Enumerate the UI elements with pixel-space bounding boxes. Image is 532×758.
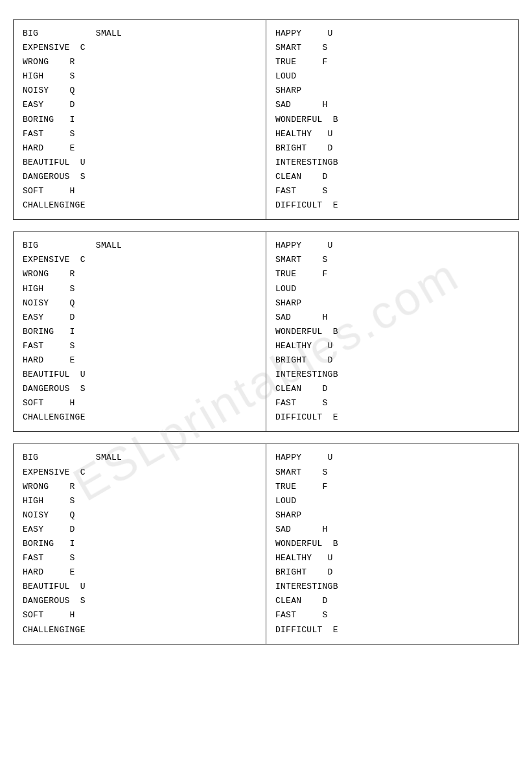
list-item: BORING I bbox=[23, 537, 257, 551]
list-item: EASY D bbox=[23, 98, 257, 112]
word-label: SOFT H bbox=[23, 608, 94, 622]
list-item: FAST S bbox=[275, 396, 509, 410]
word-label: HIGH S bbox=[23, 69, 94, 84]
list-item: LOUD bbox=[275, 494, 509, 508]
list-item: BEAUTIFUL U bbox=[23, 156, 257, 170]
list-item: FAST S bbox=[275, 608, 509, 622]
word-label: DIFFICULT E bbox=[275, 198, 347, 213]
word-label: HEALTHY U bbox=[275, 339, 347, 353]
list-item: CHALLENGINGE bbox=[23, 623, 257, 637]
list-item: BEAUTIFUL U bbox=[23, 368, 257, 382]
card-1: BIG SMALLEXPENSIVE CWRONG RHIGH SNOISY Q… bbox=[13, 19, 519, 220]
word-label: HIGH S bbox=[23, 282, 94, 296]
word-label: SHARP bbox=[275, 84, 347, 98]
list-item: DANGEROUS S bbox=[23, 382, 257, 396]
word-label: NOISY Q bbox=[23, 84, 94, 98]
word-label: LOUD bbox=[275, 494, 347, 508]
word-label: HARD E bbox=[23, 565, 94, 580]
word-label: BEAUTIFUL U bbox=[23, 580, 94, 594]
list-item: WRONG R bbox=[23, 267, 257, 281]
word-label: HAPPY U bbox=[275, 27, 347, 41]
word-label: HARD E bbox=[23, 141, 94, 156]
word-label: BEAUTIFUL U bbox=[23, 368, 94, 382]
card-2-right: HAPPY USMART STRUE FLOUD SHARP SAD HWOND… bbox=[266, 232, 518, 431]
word-label: EASY D bbox=[23, 98, 94, 112]
word-label: HAPPY U bbox=[275, 239, 347, 253]
word-label: WONDERFUL B bbox=[275, 325, 347, 339]
list-item: EXPENSIVE C bbox=[23, 41, 257, 55]
word-label: TRUE F bbox=[275, 55, 347, 69]
word-label: NOISY Q bbox=[23, 508, 94, 523]
list-item: HIGH S bbox=[23, 494, 257, 508]
word-label: EXPENSIVE C bbox=[23, 253, 94, 267]
word-label: BORING I bbox=[23, 537, 94, 551]
word-label: NOISY Q bbox=[23, 296, 94, 311]
word-label: SOFT H bbox=[23, 184, 94, 198]
word-label: FAST S bbox=[275, 396, 347, 410]
list-item: SOFT H bbox=[23, 184, 257, 198]
word-label: WRONG R bbox=[23, 267, 94, 281]
word-label: CLEAN D bbox=[275, 382, 347, 396]
list-item: NOISY Q bbox=[23, 508, 257, 523]
list-item: HAPPY U bbox=[275, 451, 509, 465]
word-label: WRONG R bbox=[23, 480, 94, 494]
list-item: DIFFICULT E bbox=[275, 410, 509, 425]
word-label: SOFT H bbox=[23, 396, 94, 410]
list-item: INTERESTINGB bbox=[275, 580, 509, 594]
list-item: BRIGHT D bbox=[275, 353, 509, 368]
list-item: HIGH S bbox=[23, 69, 257, 84]
word-label: SAD H bbox=[275, 523, 347, 537]
list-item: TRUE F bbox=[275, 480, 509, 494]
word-label: DANGEROUS S bbox=[23, 170, 94, 184]
word-label: SMART S bbox=[275, 41, 347, 55]
list-item: WRONG R bbox=[23, 480, 257, 494]
list-item: BRIGHT D bbox=[275, 141, 509, 156]
list-item: DANGEROUS S bbox=[23, 594, 257, 608]
word-label: FAST S bbox=[23, 339, 94, 353]
word-label: EXPENSIVE C bbox=[23, 466, 94, 480]
list-item: BRIGHT D bbox=[275, 565, 509, 580]
list-item: WRONG R bbox=[23, 55, 257, 69]
list-item: HIGH S bbox=[23, 282, 257, 296]
list-item: SAD H bbox=[275, 523, 509, 537]
word-label: BORING I bbox=[23, 325, 94, 339]
list-item: CHALLENGINGE bbox=[23, 198, 257, 213]
list-item: HARD E bbox=[23, 565, 257, 580]
list-item: FAST S bbox=[23, 551, 257, 565]
word-label: DANGEROUS S bbox=[23, 594, 94, 608]
word-label: FAST S bbox=[275, 184, 347, 198]
list-item: SAD H bbox=[275, 98, 509, 112]
card-3-left: BIG SMALLEXPENSIVE CWRONG RHIGH SNOISY Q… bbox=[14, 444, 266, 643]
word-label: INTERESTINGB bbox=[275, 156, 347, 170]
list-item: LOUD bbox=[275, 282, 509, 296]
word-label: FAST S bbox=[23, 127, 94, 141]
list-item: EASY D bbox=[23, 523, 257, 537]
word-label: FAST S bbox=[275, 608, 347, 622]
list-item: WONDERFUL B bbox=[275, 325, 509, 339]
word-label: HEALTHY U bbox=[275, 127, 347, 141]
word-label: CLEAN D bbox=[275, 594, 347, 608]
card-3: BIG SMALLEXPENSIVE CWRONG RHIGH SNOISY Q… bbox=[13, 444, 519, 644]
word-label: LOUD bbox=[275, 282, 347, 296]
word-label: TRUE F bbox=[275, 267, 347, 281]
word-label: TRUE F bbox=[275, 480, 347, 494]
list-item: DIFFICULT E bbox=[275, 198, 509, 213]
word-label: BIG SMALL bbox=[23, 27, 122, 41]
list-item: CHALLENGINGE bbox=[23, 410, 257, 425]
list-item: BIG SMALL bbox=[23, 451, 257, 465]
word-label: SMART S bbox=[275, 466, 347, 480]
word-label: WONDERFUL B bbox=[275, 113, 347, 127]
list-item: EASY D bbox=[23, 311, 257, 325]
list-item: FAST S bbox=[23, 339, 257, 353]
list-item: HEALTHY U bbox=[275, 339, 509, 353]
card-3-right: HAPPY USMART STRUE FLOUD SHARP SAD HWOND… bbox=[266, 444, 518, 643]
word-label: SAD H bbox=[275, 311, 347, 325]
word-label: INTERESTINGB bbox=[275, 368, 347, 382]
list-item: NOISY Q bbox=[23, 296, 257, 311]
list-item: LOUD bbox=[275, 69, 509, 84]
word-label: WONDERFUL B bbox=[275, 537, 347, 551]
list-item: EXPENSIVE C bbox=[23, 466, 257, 480]
list-item: FAST S bbox=[275, 184, 509, 198]
word-label: SAD H bbox=[275, 98, 347, 112]
word-label: BRIGHT D bbox=[275, 565, 347, 580]
